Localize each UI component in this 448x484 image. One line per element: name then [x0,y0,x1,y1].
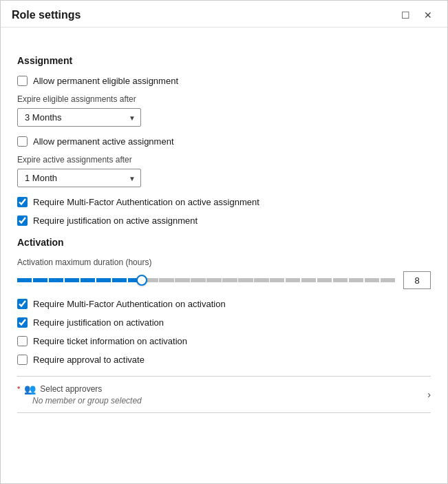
slider-segment [175,278,189,282]
title-bar: Role settings ☐ ✕ [1,1,447,28]
people-icon: 👥 [24,383,36,394]
require-mfa-activation-row: Require Multi-Factor Authentication on a… [17,299,431,309]
require-mfa-active-row: Require Multi-Factor Authentication on a… [17,197,431,207]
allow-permanent-eligible-row: Allow permanent eligible assignment [17,76,431,86]
slider-segment [206,278,221,282]
slider-segment [349,278,363,282]
require-justification-active-label[interactable]: Require justification on active assignme… [33,215,198,226]
slider-segment [112,278,127,282]
approvers-row[interactable]: * 👥 Select approvers No member or group … [17,376,431,413]
dialog-content: Assignment Allow permanent eligible assi… [1,28,447,483]
minimize-button[interactable]: ☐ [397,9,414,21]
allow-permanent-eligible-checkbox[interactable] [17,76,28,86]
duration-slider-container: Activation maximum duration (hours) 8 [17,257,431,289]
slider-segment [33,278,47,282]
slider-segment [381,278,395,282]
slider-segment [17,278,32,282]
slider-segment [222,278,237,282]
assignment-section-title: Assignment [17,55,431,66]
slider-segment [65,278,79,282]
require-approval-checkbox[interactable] [17,355,28,365]
require-ticket-row: Require ticket information on activation [17,336,431,346]
expire-active-select[interactable]: 1 Month 3 Months 6 Months 1 Year Never [17,169,141,187]
slider-segment [81,278,95,282]
require-mfa-activation-checkbox[interactable] [17,299,28,309]
require-approval-row: Require approval to activate [17,355,431,365]
slider-segment [317,278,332,282]
activation-section-title: Activation [17,237,431,248]
activation-section: Activation Activation maximum duration (… [17,237,431,413]
slider-segment [159,278,173,282]
slider-segment [254,278,268,282]
expire-eligible-label: Expire eligible assignments after [17,94,431,104]
require-justification-active-checkbox[interactable] [17,215,28,226]
required-star: * [17,385,20,393]
close-button[interactable]: ✕ [420,9,436,21]
allow-permanent-active-label[interactable]: Allow permanent active assignment [33,136,174,147]
duration-label: Activation maximum duration (hours) [17,257,431,267]
role-settings-dialog: Role settings ☐ ✕ Assignment Allow perma… [0,0,448,484]
require-justification-activation-row: Require justification on activation [17,317,431,328]
slider-segment [238,278,253,282]
slider-segment [49,278,63,282]
title-bar-controls: ☐ ✕ [397,9,436,21]
require-mfa-activation-label[interactable]: Require Multi-Factor Authentication on a… [33,299,226,309]
require-ticket-checkbox[interactable] [17,336,28,346]
approvers-chevron-icon[interactable]: › [427,389,431,400]
approvers-label-row: * 👥 Select approvers [17,383,142,394]
require-justification-activation-label[interactable]: Require justification on activation [33,317,164,328]
expire-eligible-select-wrapper: 3 Months 1 Month 6 Months 1 Year Never ▼ [17,108,141,127]
slider-value-box: 8 [403,271,431,289]
require-ticket-label[interactable]: Require ticket information on activation [33,336,187,346]
slider-segment [365,278,379,282]
dialog-title: Role settings [12,9,81,21]
require-justification-active-row: Require justification on active assignme… [17,215,431,226]
slider-segment [333,278,348,282]
expire-eligible-select[interactable]: 3 Months 1 Month 6 Months 1 Year Never [17,108,141,127]
slider-segment [191,278,205,282]
slider-segment [270,278,284,282]
approvers-sublabel: No member or group selected [17,396,142,406]
expire-active-select-wrapper: 1 Month 3 Months 6 Months 1 Year Never ▼ [17,169,141,187]
slider-track[interactable] [17,273,395,287]
slider-row: 8 [17,271,431,289]
require-approval-label[interactable]: Require approval to activate [33,355,145,365]
allow-permanent-eligible-label[interactable]: Allow permanent eligible assignment [33,76,178,86]
require-mfa-active-checkbox[interactable] [17,197,28,207]
slider-segment [301,278,316,282]
require-justification-activation-checkbox[interactable] [17,317,28,328]
allow-permanent-active-checkbox[interactable] [17,136,28,147]
expire-active-group: Expire active assignments after 1 Month … [17,155,431,187]
approvers-left: * 👥 Select approvers No member or group … [17,383,142,406]
track-visual [17,278,395,282]
allow-permanent-active-row: Allow permanent active assignment [17,136,431,147]
assignment-section: Assignment Allow permanent eligible assi… [17,55,431,226]
slider-thumb[interactable] [136,275,147,286]
slider-segment [96,278,111,282]
expire-eligible-group: Expire eligible assignments after 3 Mont… [17,94,431,127]
approvers-select-label: Select approvers [40,384,102,394]
require-mfa-active-label[interactable]: Require Multi-Factor Authentication on a… [33,197,259,207]
expire-active-label: Expire active assignments after [17,155,431,165]
slider-segment [286,278,300,282]
